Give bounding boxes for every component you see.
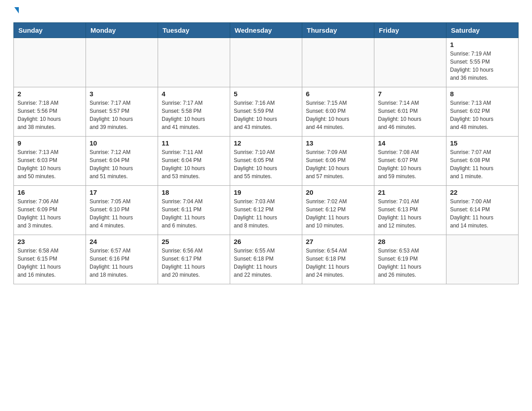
day-number: 17 [90,188,154,196]
day-number: 28 [378,238,442,245]
day-info: Sunrise: 6:56 AM Sunset: 6:17 PM Dayligh… [162,247,226,279]
weekday-header-monday: Monday [86,23,158,38]
day-info: Sunrise: 7:03 AM Sunset: 6:12 PM Dayligh… [234,197,298,230]
day-info: Sunrise: 6:53 AM Sunset: 6:19 PM Dayligh… [378,247,442,279]
day-number: 2 [17,90,82,98]
weekday-header-thursday: Thursday [302,23,374,38]
calendar-cell: 9Sunrise: 7:13 AM Sunset: 6:03 PM Daylig… [14,137,86,186]
calendar-cell: 2Sunrise: 7:18 AM Sunset: 5:56 PM Daylig… [14,87,86,137]
calendar-week-row: 16Sunrise: 7:06 AM Sunset: 6:09 PM Dayli… [14,186,519,235]
day-info: Sunrise: 6:58 AM Sunset: 6:15 PM Dayligh… [17,247,82,279]
calendar-cell [374,38,446,87]
calendar-cell: 3Sunrise: 7:17 AM Sunset: 5:57 PM Daylig… [86,87,158,137]
calendar-cell: 13Sunrise: 7:09 AM Sunset: 6:06 PM Dayli… [302,137,374,186]
day-number: 12 [234,139,298,147]
page-header [13,9,519,15]
calendar-cell: 5Sunrise: 7:16 AM Sunset: 5:59 PM Daylig… [230,87,302,137]
calendar-week-row: 1Sunrise: 7:19 AM Sunset: 5:55 PM Daylig… [14,38,519,87]
day-number: 25 [162,238,226,245]
day-info: Sunrise: 7:08 AM Sunset: 6:07 PM Dayligh… [378,148,442,180]
day-info: Sunrise: 6:54 AM Sunset: 6:18 PM Dayligh… [306,247,370,279]
day-info: Sunrise: 7:16 AM Sunset: 5:59 PM Dayligh… [234,99,298,131]
day-number: 26 [234,238,298,245]
calendar-week-row: 23Sunrise: 6:58 AM Sunset: 6:15 PM Dayli… [14,235,519,284]
calendar-cell: 12Sunrise: 7:10 AM Sunset: 6:05 PM Dayli… [230,137,302,186]
day-number: 7 [378,90,442,98]
day-info: Sunrise: 7:17 AM Sunset: 5:57 PM Dayligh… [90,99,154,131]
calendar-cell: 26Sunrise: 6:55 AM Sunset: 6:18 PM Dayli… [230,235,302,284]
day-number: 6 [306,90,370,98]
calendar-cell: 27Sunrise: 6:54 AM Sunset: 6:18 PM Dayli… [302,235,374,284]
day-info: Sunrise: 7:11 AM Sunset: 6:04 PM Dayligh… [162,148,226,180]
calendar-cell [302,38,374,87]
day-number: 15 [450,139,515,147]
calendar-cell: 25Sunrise: 6:56 AM Sunset: 6:17 PM Dayli… [158,235,230,284]
calendar-cell: 8Sunrise: 7:13 AM Sunset: 6:02 PM Daylig… [446,87,519,137]
day-info: Sunrise: 7:09 AM Sunset: 6:06 PM Dayligh… [306,148,370,180]
day-info: Sunrise: 6:55 AM Sunset: 6:18 PM Dayligh… [234,247,298,279]
day-info: Sunrise: 7:04 AM Sunset: 6:11 PM Dayligh… [162,197,226,230]
calendar-cell: 28Sunrise: 6:53 AM Sunset: 6:19 PM Dayli… [374,235,446,284]
calendar-cell [230,38,302,87]
day-number: 27 [306,238,370,245]
calendar-cell [86,38,158,87]
day-number: 22 [450,188,515,196]
calendar-cell: 15Sunrise: 7:07 AM Sunset: 6:08 PM Dayli… [446,137,519,186]
weekday-header-sunday: Sunday [14,23,86,38]
day-number: 13 [306,139,370,147]
day-number: 1 [450,41,515,48]
day-number: 21 [378,188,442,196]
day-number: 14 [378,139,442,147]
calendar-cell: 16Sunrise: 7:06 AM Sunset: 6:09 PM Dayli… [14,186,86,235]
calendar-cell: 11Sunrise: 7:11 AM Sunset: 6:04 PM Dayli… [158,137,230,186]
calendar-cell: 14Sunrise: 7:08 AM Sunset: 6:07 PM Dayli… [374,137,446,186]
calendar-cell: 20Sunrise: 7:02 AM Sunset: 6:12 PM Dayli… [302,186,374,235]
day-number: 20 [306,188,370,196]
day-number: 3 [90,90,154,98]
calendar-cell: 23Sunrise: 6:58 AM Sunset: 6:15 PM Dayli… [14,235,86,284]
day-number: 8 [450,90,515,98]
day-info: Sunrise: 7:10 AM Sunset: 6:05 PM Dayligh… [234,148,298,180]
calendar-cell: 10Sunrise: 7:12 AM Sunset: 6:04 PM Dayli… [86,137,158,186]
calendar-cell: 1Sunrise: 7:19 AM Sunset: 5:55 PM Daylig… [446,38,519,87]
weekday-header-saturday: Saturday [446,23,519,38]
day-number: 5 [234,90,298,98]
calendar-cell: 4Sunrise: 7:17 AM Sunset: 5:58 PM Daylig… [158,87,230,137]
calendar-cell: 24Sunrise: 6:57 AM Sunset: 6:16 PM Dayli… [86,235,158,284]
calendar-cell: 18Sunrise: 7:04 AM Sunset: 6:11 PM Dayli… [158,186,230,235]
weekday-header-friday: Friday [374,23,446,38]
day-info: Sunrise: 7:00 AM Sunset: 6:14 PM Dayligh… [450,197,515,230]
day-info: Sunrise: 7:05 AM Sunset: 6:10 PM Dayligh… [90,197,154,230]
logo [13,9,19,15]
weekday-header-wednesday: Wednesday [230,23,302,38]
day-info: Sunrise: 7:06 AM Sunset: 6:09 PM Dayligh… [17,197,82,230]
day-info: Sunrise: 7:12 AM Sunset: 6:04 PM Dayligh… [90,148,154,180]
day-info: Sunrise: 7:13 AM Sunset: 6:03 PM Dayligh… [17,148,82,180]
day-number: 4 [162,90,226,98]
calendar-cell: 7Sunrise: 7:14 AM Sunset: 6:01 PM Daylig… [374,87,446,137]
day-number: 24 [90,238,154,245]
day-number: 16 [17,188,82,196]
weekday-header-tuesday: Tuesday [158,23,230,38]
day-info: Sunrise: 7:15 AM Sunset: 6:00 PM Dayligh… [306,99,370,131]
day-number: 18 [162,188,226,196]
day-info: Sunrise: 7:02 AM Sunset: 6:12 PM Dayligh… [306,197,370,230]
calendar-cell: 22Sunrise: 7:00 AM Sunset: 6:14 PM Dayli… [446,186,519,235]
calendar-week-row: 2Sunrise: 7:18 AM Sunset: 5:56 PM Daylig… [14,87,519,137]
calendar-cell: 17Sunrise: 7:05 AM Sunset: 6:10 PM Dayli… [86,186,158,235]
calendar-cell [14,38,86,87]
weekday-header-row: SundayMondayTuesdayWednesdayThursdayFrid… [14,23,519,38]
day-info: Sunrise: 7:07 AM Sunset: 6:08 PM Dayligh… [450,148,515,180]
calendar-cell: 19Sunrise: 7:03 AM Sunset: 6:12 PM Dayli… [230,186,302,235]
day-info: Sunrise: 7:14 AM Sunset: 6:01 PM Dayligh… [378,99,442,131]
day-number: 11 [162,139,226,147]
calendar-cell [158,38,230,87]
day-number: 23 [17,238,82,245]
calendar-cell: 6Sunrise: 7:15 AM Sunset: 6:00 PM Daylig… [302,87,374,137]
day-number: 9 [17,139,82,147]
day-info: Sunrise: 7:18 AM Sunset: 5:56 PM Dayligh… [17,99,82,131]
calendar-cell [446,235,519,284]
logo-arrow-icon [14,7,19,13]
calendar-table: SundayMondayTuesdayWednesdayThursdayFrid… [13,22,519,284]
day-info: Sunrise: 7:19 AM Sunset: 5:55 PM Dayligh… [450,50,515,82]
